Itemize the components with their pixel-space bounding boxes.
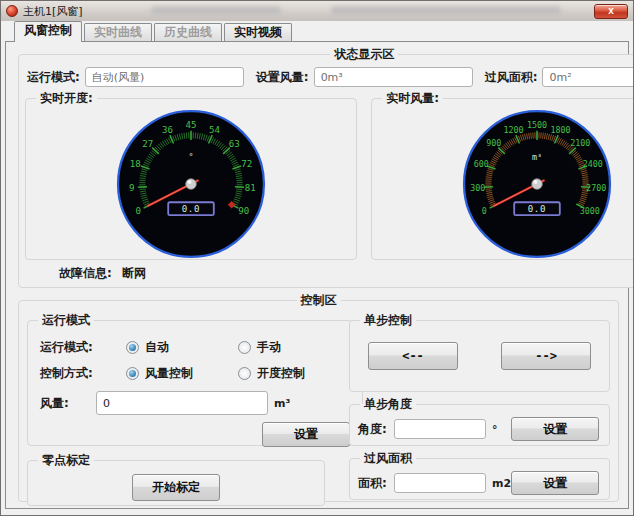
angle-input[interactable] <box>394 419 486 439</box>
airflow-set-button[interactable]: 设置 <box>262 422 350 447</box>
tab-strip: 风窗控制实时曲线历史曲线实时视频 <box>5 23 629 41</box>
radio-airflow-control-label: 风量控制 <box>145 365 193 382</box>
opening-gauge-group: 实时开度: 09182736455463728190°0.0 <box>25 90 357 260</box>
svg-text:300: 300 <box>471 183 486 193</box>
radio-opening-control-label: 开度控制 <box>257 365 305 382</box>
svg-text:72: 72 <box>241 159 252 169</box>
radio-manual[interactable] <box>238 341 251 354</box>
svg-text:900: 900 <box>487 138 502 148</box>
svg-text:1800: 1800 <box>551 125 571 135</box>
radio-opening-control[interactable] <box>238 367 251 380</box>
svg-text:600: 600 <box>474 159 489 169</box>
set-airflow-label: 设置风量: <box>256 69 309 86</box>
control-method-label: 控制方式: <box>40 365 126 382</box>
airflow-unit: m³ <box>274 397 290 410</box>
airflow-input-label: 风量: <box>40 395 96 412</box>
svg-text:0.0: 0.0 <box>528 204 547 214</box>
fault-info-label: 故障信息: <box>59 266 112 280</box>
area-input[interactable] <box>394 473 486 493</box>
svg-text:1500: 1500 <box>527 120 547 130</box>
step-control-group: 单步控制 <-- --> <box>349 312 610 392</box>
run-mode-value-field[interactable] <box>85 67 244 87</box>
zero-calibration-group: 零点标定 开始标定 <box>27 452 325 506</box>
app-window: 主机1[风窗] x 风窗控制实时曲线历史曲线实时视频 状态显示区 运行模式: 设… <box>0 0 634 516</box>
gauge-row: 实时开度: 09182736455463728190°0.0 实时风量: 030… <box>25 90 634 260</box>
wind-area-group: 过风面积 面积: m2 设置 <box>349 450 610 500</box>
start-calibration-button[interactable]: 开始标定 <box>132 474 220 501</box>
svg-text:36: 36 <box>162 125 173 135</box>
window-frame: 风窗控制实时曲线历史曲线实时视频 状态显示区 运行模式: 设置风量: 过风面积:… <box>1 21 633 515</box>
area-unit: m2 <box>492 477 511 490</box>
tab-page: 状态显示区 运行模式: 设置风量: 过风面积: 实时开度: 0918273645… <box>5 41 629 509</box>
titlebar[interactable]: 主机1[风窗] x <box>1 1 633 22</box>
svg-text:0.0: 0.0 <box>182 204 201 214</box>
step-left-button[interactable]: <-- <box>368 342 458 370</box>
calibration-row: 开始标定 <box>34 474 318 501</box>
set-airflow-value-field[interactable] <box>314 67 473 87</box>
fault-info-value: 断网 <box>122 266 146 280</box>
radio-manual-label: 手动 <box>257 339 281 356</box>
svg-text:0: 0 <box>136 206 141 216</box>
wind-area-label: 过风面积: <box>485 69 538 86</box>
angle-set-button[interactable]: 设置 <box>511 417 599 441</box>
radio-auto[interactable] <box>126 341 139 354</box>
titlebar-watermark <box>331 6 561 14</box>
area-row: 面积: m2 设置 <box>358 471 599 495</box>
radio-option-opening-control[interactable]: 开度控制 <box>238 365 350 382</box>
svg-text:81: 81 <box>245 183 256 193</box>
window-title: 主机1[风窗] <box>23 4 83 19</box>
airflow-input-row: 风量: m³ <box>40 391 350 415</box>
airflow-gauge-group: 实时风量: 0300600900120015001800210024002700… <box>371 90 634 260</box>
control-method-row: 控制方式: 风量控制 开度控制 <box>40 365 350 382</box>
run-mode-group-title: 运行模式 <box>38 312 94 329</box>
svg-text:m³: m³ <box>532 152 542 162</box>
svg-text:2100: 2100 <box>570 138 590 148</box>
opening-gauge-title: 实时开度: <box>36 90 97 107</box>
step-buttons-row: <-- --> <box>356 330 603 370</box>
svg-text:18: 18 <box>130 159 141 169</box>
control-area-group: 控制区 运行模式 运行模式: 自动 <box>18 292 619 502</box>
status-area-group: 状态显示区 运行模式: 设置风量: 过风面积: 实时开度: 0918273645… <box>18 46 634 288</box>
svg-text:3000: 3000 <box>580 206 600 216</box>
tab-3[interactable]: 实时视频 <box>224 23 292 41</box>
airflow-input[interactable] <box>96 391 268 415</box>
zero-calibration-title: 零点标定 <box>38 452 94 469</box>
angle-unit: ° <box>492 423 498 436</box>
tab-0[interactable]: 风窗控制 <box>14 21 82 42</box>
area-set-button[interactable]: 设置 <box>511 471 599 495</box>
area-label: 面积: <box>358 475 394 492</box>
radio-option-manual[interactable]: 手动 <box>238 339 350 356</box>
svg-text:2700: 2700 <box>586 183 606 193</box>
run-mode-row-label: 运行模式: <box>40 339 126 356</box>
radio-option-airflow-control[interactable]: 风量控制 <box>126 365 238 382</box>
control-area-title: 控制区 <box>297 292 341 309</box>
step-right-button[interactable]: --> <box>501 342 591 370</box>
radio-option-auto[interactable]: 自动 <box>126 339 238 356</box>
control-left-column: 运行模式 运行模式: 自动 手动 <box>27 312 325 506</box>
tab-1: 实时曲线 <box>84 23 152 41</box>
tab-2: 历史曲线 <box>154 23 222 41</box>
wind-area-value-field[interactable] <box>542 67 634 87</box>
svg-text:90: 90 <box>238 206 249 216</box>
opening-gauge: 09182736455463728190°0.0 <box>115 108 267 260</box>
svg-text:2400: 2400 <box>583 159 603 169</box>
svg-text:45: 45 <box>186 120 197 130</box>
run-mode-group: 运行模式 运行模式: 自动 手动 <box>27 312 363 446</box>
radio-airflow-control[interactable] <box>126 367 139 380</box>
close-button[interactable]: x <box>594 4 628 19</box>
svg-text:°: ° <box>189 152 194 162</box>
run-mode-row: 运行模式: 自动 手动 <box>40 339 350 356</box>
control-columns: 运行模式 运行模式: 自动 手动 <box>25 310 612 506</box>
airflow-set-row: 设置 <box>40 422 350 447</box>
control-right-column: 单步控制 <-- --> 单步角度 角度: ° <box>349 312 610 506</box>
angle-label: 角度: <box>358 421 394 438</box>
status-field-row: 运行模式: 设置风量: 过风面积: <box>27 67 634 87</box>
svg-text:0: 0 <box>482 206 487 216</box>
step-angle-title: 单步角度 <box>360 396 416 413</box>
titlebar-watermark <box>151 6 281 14</box>
svg-text:1200: 1200 <box>504 125 524 135</box>
fault-info-row: 故障信息: 断网 <box>59 265 634 282</box>
status-area-title: 状态显示区 <box>330 46 398 63</box>
step-angle-group: 单步角度 角度: ° 设置 <box>349 396 610 446</box>
angle-row: 角度: ° 设置 <box>358 417 599 441</box>
